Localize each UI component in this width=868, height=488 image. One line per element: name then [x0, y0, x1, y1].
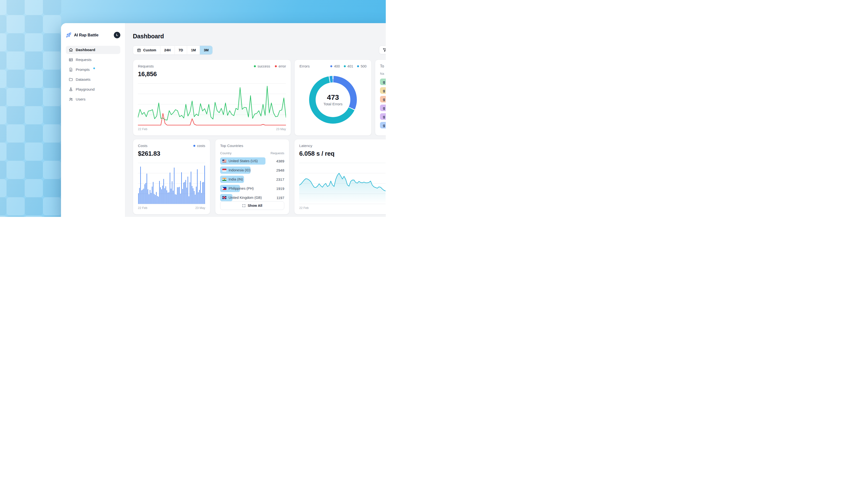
- cards-row-1: Requests success error 16,8: [133, 60, 386, 136]
- top-countries-header: Country Requests: [220, 151, 284, 155]
- time-range-24h-button[interactable]: 24H: [160, 46, 175, 55]
- background-tile: [43, 0, 61, 15]
- show-all-button[interactable]: Show All: [220, 201, 284, 210]
- time-range-7d-button[interactable]: 7D: [175, 46, 187, 55]
- table-icon: [69, 58, 73, 62]
- sidebar-item-label: Prompts: [76, 67, 90, 72]
- country-row-gb: United Kingdom (GB)1197: [220, 194, 284, 201]
- background-tile: [0, 142, 6, 161]
- background-tile: [0, 70, 6, 88]
- background-tile: [6, 124, 25, 143]
- background-tile: [6, 33, 25, 52]
- background-tile: [25, 15, 43, 33]
- country-name: Indonesia (ID): [228, 168, 250, 172]
- background-tile: [6, 161, 25, 179]
- sidebar-item-requests[interactable]: Requests: [66, 56, 120, 64]
- background-tile: [43, 51, 61, 70]
- country-requests-value: 2948: [276, 168, 284, 172]
- background-tile: [0, 33, 6, 52]
- sidebar-item-prompts[interactable]: Prompts: [66, 66, 120, 74]
- costs-dot-icon: [193, 145, 195, 147]
- errors-legend: 400 401 500: [330, 64, 367, 68]
- requests-legend: success error: [254, 64, 286, 68]
- model-badge-clipped: g: [380, 87, 386, 94]
- background-tile: [43, 179, 61, 197]
- page-title: Dashboard: [133, 33, 386, 39]
- requests-card-title: Requests: [138, 64, 154, 68]
- filter-icon: [383, 48, 386, 52]
- dot-401-icon: [344, 65, 346, 67]
- background-tile: [0, 124, 6, 143]
- errors-donut-chart: 473 Total Errors: [309, 76, 357, 124]
- time-range-1m-button[interactable]: 1M: [187, 46, 199, 55]
- legend-400: 400: [330, 64, 340, 68]
- model-badge-clipped: g: [380, 78, 386, 85]
- country-label: United States (US): [220, 159, 258, 163]
- background-tile: [25, 142, 43, 161]
- country-row-id: Indonesia (ID)2948: [220, 166, 284, 174]
- sidebar-item-datasets[interactable]: Datasets: [66, 75, 120, 84]
- background-tile: [6, 179, 25, 197]
- top-models-card-partial: To Na gggggg: [375, 60, 386, 136]
- latency-value: 6.058 s / req: [299, 150, 385, 157]
- legend-costs: costs: [193, 144, 205, 148]
- sidebar-item-playground[interactable]: Playground: [66, 85, 120, 94]
- country-row-ph: Philippines (PH)1919: [220, 185, 284, 192]
- avatar[interactable]: L: [114, 32, 120, 38]
- errors-card: Errors 400 401: [294, 60, 372, 136]
- country-requests-value: 1197: [277, 196, 284, 200]
- sidebar: AI Rap Battle L DashboardRequestsPrompts…: [61, 23, 125, 217]
- sidebar-item-label: Users: [76, 97, 85, 101]
- sidebar-item-users[interactable]: Users: [66, 95, 120, 103]
- time-range-3m-button[interactable]: 3M: [199, 46, 212, 55]
- country-row-us: United States (US)4389: [220, 157, 284, 165]
- total-errors-value: 473: [327, 93, 339, 101]
- time-range-toolbar: Custom24H7D1M3M: [133, 45, 386, 55]
- background-tile: [0, 197, 6, 216]
- model-badge-clipped: g: [380, 113, 386, 120]
- flag-id-icon: [222, 169, 226, 171]
- background-tile: [43, 216, 61, 217]
- country-label: Philippines (PH): [220, 187, 254, 190]
- background-tile: [43, 142, 61, 161]
- background-tile: [25, 179, 43, 197]
- dot-400-icon: [330, 65, 332, 67]
- country-row-in: India (IN)2317: [220, 176, 284, 183]
- background-tile: [25, 51, 43, 70]
- background-tile: [6, 142, 25, 161]
- background-tile: [0, 15, 6, 33]
- background-tile: [25, 0, 43, 15]
- background-tile: [6, 51, 25, 70]
- filter-button[interactable]: [379, 45, 386, 54]
- country-label: United Kingdom (GB): [220, 196, 262, 199]
- sidebar-item-dashboard[interactable]: Dashboard: [66, 46, 120, 54]
- time-range-custom-button[interactable]: Custom: [133, 46, 160, 55]
- country-label: India (IN): [220, 177, 243, 181]
- sidebar-item-label: Datasets: [76, 77, 90, 82]
- costs-total: $261.83: [138, 150, 205, 157]
- errors-donut-center: 473 Total Errors: [309, 76, 357, 124]
- background-tile: [25, 124, 43, 143]
- background-tile: [6, 15, 25, 33]
- country-name: Philippines (PH): [228, 187, 254, 190]
- sidebar-item-label: Dashboard: [76, 48, 95, 52]
- background-tile: [43, 106, 61, 124]
- logo-row: AI Rap Battle L: [66, 31, 120, 38]
- users-icon: [69, 97, 73, 101]
- legend-401: 401: [344, 64, 353, 68]
- requests-total: 16,856: [138, 70, 286, 78]
- flag-gb-icon: [222, 196, 226, 199]
- sidebar-item-label: Playground: [76, 87, 94, 92]
- legend-success: success: [254, 64, 270, 68]
- latency-chart: [299, 159, 385, 205]
- expand-icon: [242, 204, 246, 207]
- background-tile: [43, 88, 61, 106]
- model-badge-clipped: g: [380, 122, 386, 128]
- time-range-control: Custom24H7D1M3M: [133, 45, 213, 55]
- latency-card: Latency 6.058 s / req 22 Feb: [294, 139, 386, 215]
- background-tile: [25, 216, 43, 217]
- background-tile: [43, 70, 61, 88]
- top-countries-card: Top Countries Country Requests United St…: [215, 139, 289, 215]
- document-icon: [69, 67, 73, 72]
- background-tile: [0, 88, 6, 106]
